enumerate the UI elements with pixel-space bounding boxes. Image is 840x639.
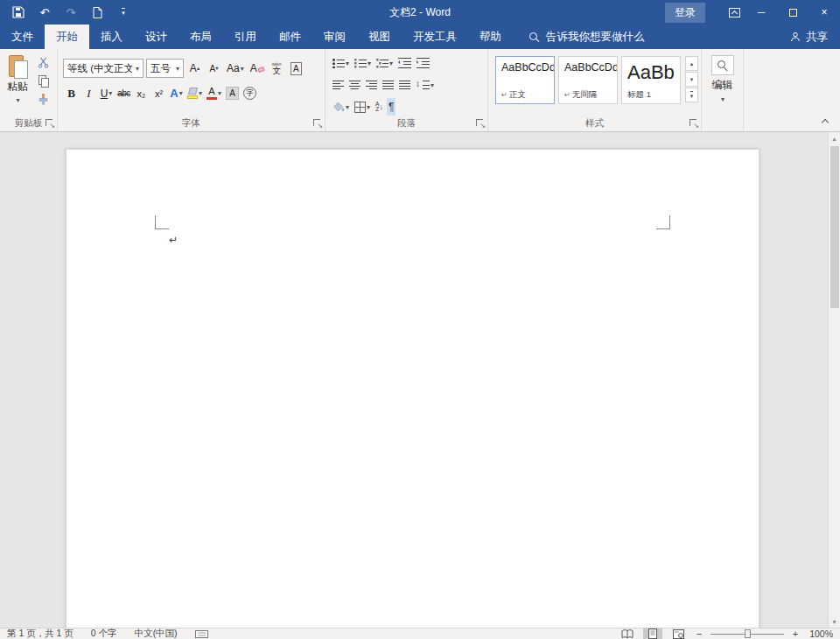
font-size-select[interactable]: 五号 ▾ xyxy=(146,59,184,78)
search-icon xyxy=(717,60,728,71)
keyboard-icon[interactable] xyxy=(195,630,208,638)
show-hide-marks-button[interactable]: ¶ xyxy=(387,98,396,116)
paste-button[interactable]: 粘贴 ▾ xyxy=(2,53,33,108)
tab-references[interactable]: 引用 xyxy=(223,25,268,49)
ribbon-display-options-button[interactable] xyxy=(723,2,746,23)
zoom-slider-thumb[interactable] xyxy=(745,629,751,638)
underline-button[interactable]: U▾ xyxy=(98,84,115,102)
styles-scroll-down-button[interactable]: ▾ xyxy=(685,72,698,87)
change-case-button[interactable]: Aa▾ xyxy=(225,60,246,78)
customize-qat-button[interactable]: ▾ xyxy=(112,2,135,23)
clipboard-dialog-launcher-button[interactable] xyxy=(45,118,55,129)
scroll-up-icon[interactable]: ▴ xyxy=(829,132,840,144)
print-layout-button[interactable] xyxy=(643,628,662,639)
multilevel-list-button[interactable]: ▾ xyxy=(374,54,395,72)
superscript-button[interactable]: x² xyxy=(150,84,167,102)
customize-qat-icon: ▾ xyxy=(122,8,125,17)
copy-button[interactable] xyxy=(33,72,52,89)
zoom-level[interactable]: 100% xyxy=(807,628,833,639)
close-button[interactable]: × xyxy=(808,0,840,25)
paragraph-mark: ↵ xyxy=(169,234,178,246)
font-name-select[interactable]: 等线 (中文正文 ▾ xyxy=(63,59,144,78)
redo-button[interactable]: ↷ xyxy=(60,2,82,23)
read-mode-icon xyxy=(621,629,634,639)
font-color-button[interactable]: A ▾ xyxy=(205,84,223,102)
minimize-button[interactable]: ─ xyxy=(746,0,777,25)
style-heading-1[interactable]: AaBb 标题 1 xyxy=(621,56,681,104)
character-border-button[interactable]: A xyxy=(288,60,304,78)
align-center-button[interactable] xyxy=(347,76,362,94)
increase-indent-button[interactable] xyxy=(415,54,431,72)
character-shading-button[interactable]: A xyxy=(224,84,241,102)
styles-dialog-launcher-button[interactable] xyxy=(689,118,699,129)
vertical-scrollbar[interactable]: ▴ ▾ xyxy=(828,132,840,628)
bold-button[interactable]: B xyxy=(63,84,80,102)
shading-button[interactable]: ▾ xyxy=(331,98,351,116)
share-button[interactable]: 共享 xyxy=(790,25,828,49)
styles-scroll-up-button[interactable]: ▴ xyxy=(685,56,698,71)
line-spacing-button[interactable]: ▾ xyxy=(414,76,436,94)
styles-gallery-more-button[interactable]: ▾ xyxy=(685,88,698,102)
scrollbar-thumb[interactable] xyxy=(830,146,839,308)
tab-insert[interactable]: 插入 xyxy=(89,25,134,49)
align-right-button[interactable] xyxy=(364,76,379,94)
sort-button[interactable]: AZ ↓ xyxy=(374,98,385,116)
tab-view[interactable]: 视图 xyxy=(357,25,402,49)
tab-mailings[interactable]: 邮件 xyxy=(268,25,312,49)
zoom-in-button[interactable]: + xyxy=(790,628,801,639)
text-highlight-button[interactable]: ▾ xyxy=(186,84,204,102)
justify-button[interactable] xyxy=(381,76,396,94)
save-button[interactable] xyxy=(7,2,30,23)
status-bar: 第 1 页，共 1 页 0 个字 中文(中国) − + 100% xyxy=(0,628,840,639)
tell-me-search[interactable]: 告诉我你想要做什么 xyxy=(520,25,654,49)
touch-mouse-mode-button[interactable] xyxy=(86,2,108,23)
zoom-slider[interactable] xyxy=(710,628,784,639)
numbering-button[interactable]: ▾ xyxy=(353,54,373,72)
phonetic-guide-button[interactable]: wén 文 xyxy=(269,60,285,78)
distributed-button[interactable] xyxy=(397,76,412,94)
tab-file[interactable]: 文件 xyxy=(0,25,45,49)
word-count[interactable]: 0 个字 xyxy=(91,628,117,639)
shrink-font-button[interactable]: A▾ xyxy=(206,60,222,78)
tab-home[interactable]: 开始 xyxy=(45,25,89,49)
italic-button[interactable]: I xyxy=(80,84,97,102)
undo-button[interactable]: ↶ xyxy=(33,2,56,23)
strikethrough-button[interactable]: abc xyxy=(116,84,132,102)
borders-button[interactable]: ▾ xyxy=(353,98,372,116)
scroll-down-icon[interactable]: ▾ xyxy=(829,615,840,628)
font-dialog-launcher-button[interactable] xyxy=(312,118,323,129)
format-painter-button[interactable] xyxy=(33,90,52,108)
document-page[interactable]: ↵ xyxy=(66,149,760,628)
tab-help[interactable]: 帮助 xyxy=(468,25,513,49)
paragraph-group: ▾ ▾ ▾ ▾ ▾ ▾ AZ ↓ ¶ xyxy=(326,49,488,131)
clear-formatting-button[interactable]: A xyxy=(248,60,266,78)
cut-button[interactable] xyxy=(33,53,52,71)
read-mode-button[interactable] xyxy=(618,628,637,639)
align-left-button[interactable] xyxy=(331,76,346,94)
borders-grid-icon xyxy=(354,102,366,113)
bullets-button[interactable]: ▾ xyxy=(331,54,351,72)
web-layout-button[interactable] xyxy=(668,628,688,639)
numbered-list-icon xyxy=(354,59,367,68)
undo-icon: ↶ xyxy=(40,6,50,19)
editing-menu-button[interactable]: 编辑 ▾ xyxy=(704,49,741,103)
tab-review[interactable]: 审阅 xyxy=(312,25,357,49)
language-indicator[interactable]: 中文(中国) xyxy=(135,628,178,639)
style-normal[interactable]: AaBbCcDd ↵正文 xyxy=(495,56,555,104)
style-no-spacing[interactable]: AaBbCcDd ↵无间隔 xyxy=(558,56,618,104)
zoom-out-button[interactable]: − xyxy=(694,628,704,639)
page-indicator[interactable]: 第 1 页，共 1 页 xyxy=(7,628,74,639)
tab-design[interactable]: 设计 xyxy=(134,25,178,49)
chevron-down-icon: ▾ xyxy=(16,96,19,104)
tab-layout[interactable]: 布局 xyxy=(178,25,223,49)
sign-in-button[interactable]: 登录 xyxy=(665,3,705,23)
maximize-button[interactable] xyxy=(777,0,808,25)
subscript-button[interactable]: x₂ xyxy=(133,84,150,102)
tab-developer[interactable]: 开发工具 xyxy=(402,25,468,49)
text-effects-button[interactable]: A▾ xyxy=(168,84,185,102)
decrease-indent-button[interactable] xyxy=(396,54,413,72)
grow-font-button[interactable]: A▴ xyxy=(186,60,203,78)
paragraph-dialog-launcher-button[interactable] xyxy=(475,118,486,129)
collapse-ribbon-button[interactable] xyxy=(817,115,833,127)
enclose-characters-button[interactable]: 字 xyxy=(242,84,258,102)
